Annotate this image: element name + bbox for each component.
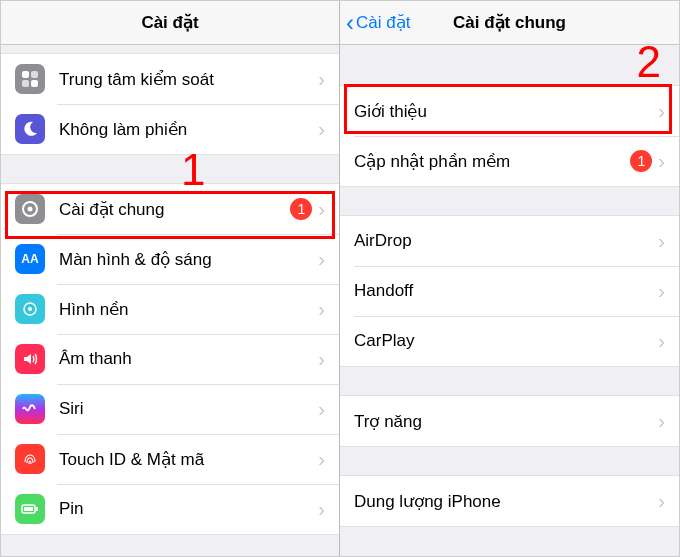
svg-point-7	[28, 307, 32, 311]
siri-icon	[15, 394, 45, 424]
chevron-right-icon: ›	[318, 398, 325, 421]
svg-rect-1	[31, 71, 38, 78]
row-label: Trợ năng	[354, 411, 652, 432]
general-group-2: AirDrop › Handoff › CarPlay ›	[340, 215, 679, 367]
row-carplay[interactable]: CarPlay ›	[340, 316, 679, 366]
svg-rect-3	[31, 80, 38, 87]
navbar-right: ‹ Cài đặt Cài đặt chung	[340, 1, 679, 45]
general-group-1: Giới thiệu › Cập nhật phần mềm 1 ›	[340, 85, 679, 187]
battery-icon	[15, 494, 45, 524]
row-sounds[interactable]: Âm thanh ›	[1, 334, 339, 384]
settings-group-2: Cài đặt chung 1 › AA Màn hình & độ sáng …	[1, 183, 339, 535]
chevron-right-icon: ›	[318, 118, 325, 141]
control-center-icon	[15, 64, 45, 94]
row-label: CarPlay	[354, 331, 652, 351]
chevron-right-icon: ›	[658, 330, 665, 353]
chevron-right-icon: ›	[658, 150, 665, 173]
svg-point-5	[28, 207, 33, 212]
row-software-update[interactable]: Cập nhật phần mềm 1 ›	[340, 136, 679, 186]
row-label: Trung tâm kiểm soát	[59, 69, 312, 90]
row-about[interactable]: Giới thiệu ›	[340, 86, 679, 136]
svg-rect-2	[22, 80, 29, 87]
annotation-step-2: 2	[637, 37, 661, 87]
row-airdrop[interactable]: AirDrop ›	[340, 216, 679, 266]
row-label: Pin	[59, 499, 312, 519]
back-label: Cài đặt	[356, 12, 410, 33]
chevron-right-icon: ›	[318, 298, 325, 321]
chevron-right-icon: ›	[318, 448, 325, 471]
row-label: Handoff	[354, 281, 652, 301]
notification-badge: 1	[290, 198, 312, 220]
svg-rect-10	[24, 507, 33, 511]
row-siri[interactable]: Siri ›	[1, 384, 339, 434]
chevron-right-icon: ›	[658, 410, 665, 433]
chevron-right-icon: ›	[318, 498, 325, 521]
annotation-step-1: 1	[181, 145, 205, 195]
general-group-3: Trợ năng ›	[340, 395, 679, 447]
row-label: Siri	[59, 399, 312, 419]
row-label: Cập nhật phần mềm	[354, 151, 630, 172]
row-display[interactable]: AA Màn hình & độ sáng ›	[1, 234, 339, 284]
svg-rect-0	[22, 71, 29, 78]
chevron-right-icon: ›	[318, 248, 325, 271]
general-panel: ‹ Cài đặt Cài đặt chung Giới thiệu › Cập…	[340, 1, 679, 556]
row-label: AirDrop	[354, 231, 652, 251]
chevron-left-icon: ‹	[346, 11, 354, 35]
back-button[interactable]: ‹ Cài đặt	[346, 11, 410, 35]
row-label: Không làm phiền	[59, 119, 312, 140]
general-group-4: Dung lượng iPhone ›	[340, 475, 679, 527]
row-label: Touch ID & Mật mã	[59, 449, 312, 470]
svg-rect-9	[36, 507, 38, 511]
row-handoff[interactable]: Handoff ›	[340, 266, 679, 316]
row-label: Giới thiệu	[354, 101, 652, 122]
settings-panel: Cài đặt Trung tâm kiểm soát › Không làm …	[1, 1, 340, 556]
row-label: Âm thanh	[59, 349, 312, 369]
chevron-right-icon: ›	[658, 490, 665, 513]
page-title: Cài đặt chung	[453, 12, 566, 33]
row-label: Màn hình & độ sáng	[59, 249, 312, 270]
row-dnd[interactable]: Không làm phiền ›	[1, 104, 339, 154]
sound-icon	[15, 344, 45, 374]
chevron-right-icon: ›	[658, 280, 665, 303]
display-icon: AA	[15, 244, 45, 274]
row-iphone-storage[interactable]: Dung lượng iPhone ›	[340, 476, 679, 526]
chevron-right-icon: ›	[658, 100, 665, 123]
chevron-right-icon: ›	[318, 348, 325, 371]
chevron-right-icon: ›	[318, 198, 325, 221]
row-accessibility[interactable]: Trợ năng ›	[340, 396, 679, 446]
settings-group-1: Trung tâm kiểm soát › Không làm phiền ›	[1, 53, 339, 155]
row-wallpaper[interactable]: Hình nền ›	[1, 284, 339, 334]
row-label: Cài đặt chung	[59, 199, 290, 220]
row-touchid[interactable]: Touch ID & Mật mã ›	[1, 434, 339, 484]
notification-badge: 1	[630, 150, 652, 172]
navbar-left: Cài đặt	[1, 1, 339, 45]
chevron-right-icon: ›	[318, 68, 325, 91]
gear-icon	[15, 194, 45, 224]
row-general[interactable]: Cài đặt chung 1 ›	[1, 184, 339, 234]
wallpaper-icon	[15, 294, 45, 324]
row-control-center[interactable]: Trung tâm kiểm soát ›	[1, 54, 339, 104]
chevron-right-icon: ›	[658, 230, 665, 253]
row-label: Hình nền	[59, 299, 312, 320]
fingerprint-icon	[15, 444, 45, 474]
moon-icon	[15, 114, 45, 144]
row-battery[interactable]: Pin ›	[1, 484, 339, 534]
page-title: Cài đặt	[141, 12, 198, 33]
row-label: Dung lượng iPhone	[354, 491, 652, 512]
